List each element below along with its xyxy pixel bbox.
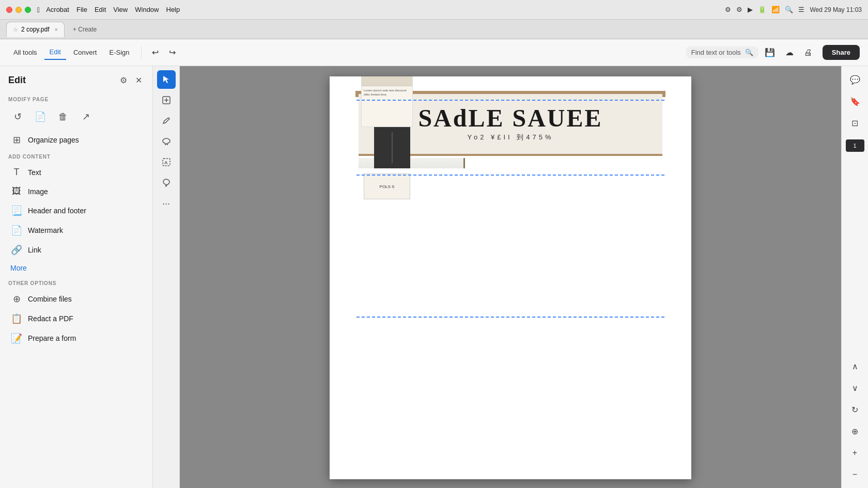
svg-text:A: A <box>164 160 168 165</box>
edit-button[interactable]: Edit <box>44 45 66 60</box>
esign-button[interactable]: E-Sign <box>104 45 134 59</box>
redact-pdf-label: Redact a PDF <box>28 314 73 323</box>
system-control-icon[interactable]: ⚙ <box>725 6 731 13</box>
tab-bar: ☆ 2 copy.pdf × + Create <box>0 20 868 39</box>
prepare-form-icon: 📝 <box>10 333 23 344</box>
save-button[interactable]: 💾 <box>761 44 779 60</box>
extract-page-icon[interactable]: ↗ <box>76 107 95 126</box>
prepare-form-item[interactable]: 📝 Prepare a form <box>2 328 150 348</box>
panel-settings-button[interactable]: ⚙ <box>118 74 129 86</box>
panel-close-button[interactable]: ✕ <box>133 74 144 86</box>
convert-button[interactable]: Convert <box>68 45 102 59</box>
header-footer-item[interactable]: 📃 Header and footer <box>2 201 150 221</box>
page-number: 1 <box>846 139 864 152</box>
find-tools-icon: 🔍 <box>745 49 753 56</box>
minimize-window-button[interactable] <box>16 7 22 13</box>
main-content: Edit ⚙ ✕ MODIFY PAGE ↺ 📄 🗑 ↗ ⊞ Organize … <box>0 66 868 488</box>
pdf-page: SAdLE SAUEE Yo2 ¥£II 到475% POLS S <box>330 76 691 479</box>
combine-files-label: Combine files <box>28 295 72 303</box>
notifications-icon[interactable]: ☰ <box>798 6 804 13</box>
store-sign-sub: Yo2 ¥£II 到475% <box>467 133 553 142</box>
tab-close-button[interactable]: × <box>54 26 57 33</box>
combine-files-icon: ⊕ <box>10 293 23 305</box>
find-tools-bar[interactable]: Find text or tools 🔍 <box>686 46 758 58</box>
menu-help[interactable]: Help <box>166 6 180 13</box>
panel-title: Edit <box>8 75 26 86</box>
add-content-tool[interactable] <box>157 91 176 109</box>
more-tools[interactable]: ··· <box>157 194 176 213</box>
prepare-form-label: Prepare a form <box>28 334 76 342</box>
new-tab-button[interactable]: + Create <box>69 25 101 34</box>
organize-pages-icon: ⊞ <box>10 134 23 146</box>
title-bar:  Acrobat File Edit View Window Help ⚙ ⚙… <box>0 0 868 20</box>
redact-pdf-item[interactable]: 📋 Redact a PDF <box>2 309 150 328</box>
link-item[interactable]: 🔗 Link <box>2 240 150 260</box>
link-label: Link <box>28 246 41 254</box>
more-link[interactable]: More <box>2 260 150 276</box>
close-window-button[interactable] <box>6 7 12 13</box>
undo-button[interactable]: ↩ <box>148 44 163 60</box>
image-label: Image <box>28 187 48 196</box>
modify-page-icons: ↺ 📄 🗑 ↗ <box>0 105 152 130</box>
scroll-down-icon[interactable]: ∨ <box>846 379 864 397</box>
refresh-icon[interactable]: ↻ <box>846 400 864 419</box>
menu-window[interactable]: Window <box>135 6 159 13</box>
media-controls-icon[interactable]: ▶ <box>748 6 753 13</box>
link-icon: 🔗 <box>10 244 23 256</box>
zoom-out-icon[interactable]: − <box>846 465 864 484</box>
image-item[interactable]: 🖼 Image <box>2 182 150 201</box>
search-system-icon[interactable]: 🔍 <box>785 6 793 13</box>
pdf-viewer[interactable]: SAdLE SAUEE Yo2 ¥£II 到475% POLS S <box>180 66 841 488</box>
text-select-tool[interactable]: A <box>157 153 176 171</box>
menu-acrobat[interactable]: Acrobat <box>46 6 69 13</box>
apple-logo:  <box>37 6 40 14</box>
redact-pdf-icon: 📋 <box>10 313 23 324</box>
comments-icon[interactable]: 💬 <box>846 70 864 89</box>
watermark-label: Watermark <box>28 226 63 234</box>
traffic-lights <box>6 7 31 13</box>
menu-file[interactable]: File <box>76 6 87 13</box>
scroll-up-icon[interactable]: ∧ <box>846 357 864 375</box>
organize-pages-label: Organize pages <box>28 136 79 144</box>
cloud-upload-button[interactable]: ☁ <box>781 44 798 60</box>
panel-actions: ⚙ ✕ <box>118 74 144 86</box>
insert-page-icon[interactable]: 📄 <box>31 107 50 126</box>
maximize-window-button[interactable] <box>25 7 31 13</box>
text-item[interactable]: T Text <box>2 163 150 182</box>
rotate-icon[interactable]: ↺ <box>8 107 27 126</box>
wifi-icon: 📶 <box>771 6 780 13</box>
right-panel: 💬 🔖 ⊡ 1 ∧ ∨ ↻ ⊕ + − <box>841 66 868 488</box>
pencil-tool[interactable] <box>157 112 176 130</box>
tools-panel: A ··· <box>153 66 180 488</box>
panel-header: Edit ⚙ ✕ <box>0 74 152 92</box>
zoom-in-icon[interactable]: + <box>846 444 864 462</box>
delete-page-icon[interactable]: 🗑 <box>54 107 72 126</box>
header-footer-icon: 📃 <box>10 205 23 216</box>
organize-pages-item[interactable]: ⊞ Organize pages <box>2 130 150 150</box>
paint-tool[interactable] <box>157 174 176 192</box>
menu-bar: Acrobat File Edit View Window Help <box>46 6 180 13</box>
crop-right-icon[interactable]: ⊡ <box>846 114 864 132</box>
redo-button[interactable]: ↪ <box>165 44 180 60</box>
extensions-icon[interactable]: ⚙ <box>736 6 742 13</box>
all-tools-button[interactable]: All tools <box>8 45 42 59</box>
watermark-item[interactable]: 📄 Watermark <box>2 221 150 240</box>
add-content-section-label: ADD CONTENT <box>0 150 152 163</box>
combine-files-item[interactable]: ⊕ Combine files <box>2 289 150 309</box>
active-tab[interactable]: ☆ 2 copy.pdf × <box>6 22 65 37</box>
print-button[interactable]: 🖨 <box>800 45 816 60</box>
menu-view[interactable]: View <box>113 6 128 13</box>
tab-bookmark-icon: ☆ <box>13 26 18 33</box>
toolbar-divider <box>141 46 142 59</box>
bookmark-right-icon[interactable]: 🔖 <box>846 92 864 111</box>
modify-page-section-label: MODIFY PAGE <box>0 92 152 105</box>
menu-edit[interactable]: Edit <box>95 6 106 13</box>
header-footer-label: Header and footer <box>28 207 86 215</box>
tab-filename: 2 copy.pdf <box>21 26 49 33</box>
cursor-tool[interactable] <box>157 70 176 89</box>
save-page-icon[interactable]: ⊕ <box>846 422 864 440</box>
image-icon: 🖼 <box>10 186 23 197</box>
store-sign-main: SAdLE SAUEE <box>418 106 602 131</box>
lasso-tool[interactable] <box>157 132 176 151</box>
share-button[interactable]: Share <box>823 45 860 60</box>
